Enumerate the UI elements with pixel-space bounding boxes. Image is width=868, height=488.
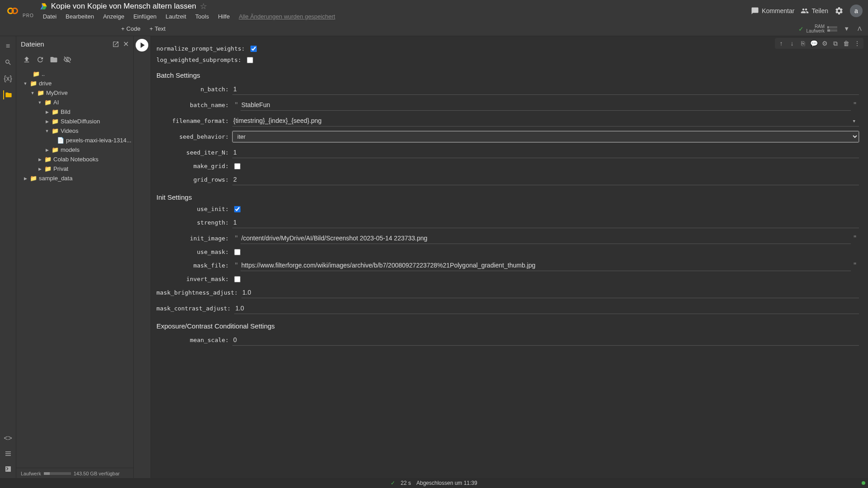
make-grid-checkbox[interactable] bbox=[234, 163, 241, 169]
doc-title[interactable]: Kopie von Kopie von Mensch altern lassen bbox=[51, 2, 196, 11]
mask-brightness-input[interactable] bbox=[241, 287, 859, 298]
tree-item-stablediffusion[interactable]: ▶📁StableDiffusion bbox=[16, 117, 133, 126]
command-palette-icon[interactable] bbox=[4, 449, 13, 458]
mask-file-input[interactable] bbox=[241, 260, 851, 271]
tree-item-colab[interactable]: ▶📁Colab Notebooks bbox=[16, 155, 133, 164]
n-batch-input[interactable] bbox=[232, 84, 859, 95]
new-window-icon[interactable] bbox=[112, 41, 119, 48]
status-time: 22 s bbox=[401, 480, 411, 486]
comment-icon bbox=[751, 7, 759, 15]
upload-icon[interactable] bbox=[23, 56, 31, 64]
menu-runtime[interactable]: Laufzeit bbox=[162, 12, 190, 21]
files-sidebar: Dateien ✕ 📁.. ▼📁drive ▼📁MyDrive bbox=[16, 36, 134, 479]
status-message: Abgeschlossen um 11:39 bbox=[416, 480, 477, 486]
code-snippets-icon[interactable]: <> bbox=[4, 434, 13, 443]
hidden-files-icon[interactable] bbox=[63, 56, 71, 64]
cell-gutter bbox=[134, 36, 151, 479]
seed-iter-n-input[interactable] bbox=[232, 147, 859, 158]
avatar[interactable]: a bbox=[850, 5, 863, 17]
sidebar-footer: Laufwerk 143.50 GB verfügbar bbox=[16, 468, 133, 479]
refresh-icon[interactable] bbox=[36, 56, 44, 64]
tree-item-parent[interactable]: 📁.. bbox=[16, 69, 133, 79]
notebook-content: ↑ ↓ ⎘ 💬 ⚙ ⧉ 🗑 ⋮ normalize_prompt_weights… bbox=[134, 36, 868, 479]
people-icon bbox=[801, 7, 809, 15]
strength-input[interactable] bbox=[232, 217, 859, 228]
menu-bar: Datei Bearbeiten Anzeige Einfügen Laufze… bbox=[39, 12, 751, 21]
star-icon[interactable]: ☆ bbox=[200, 1, 207, 11]
add-text-button[interactable]: + Text bbox=[145, 23, 170, 34]
tree-item-videos[interactable]: ▼📁Videos bbox=[16, 126, 133, 136]
menu-edit[interactable]: Bearbeiten bbox=[62, 12, 98, 21]
tree-item-drive[interactable]: ▼📁drive bbox=[16, 79, 133, 88]
init-image-input[interactable] bbox=[241, 233, 851, 244]
tree-item-mydrive[interactable]: ▼📁MyDrive bbox=[16, 88, 133, 98]
check-icon: ✓ bbox=[391, 480, 395, 486]
use-init-checkbox[interactable] bbox=[234, 206, 241, 212]
tree-item-privat[interactable]: ▶📁Privat bbox=[16, 164, 133, 174]
add-code-button[interactable]: + Code bbox=[117, 23, 145, 34]
menu-help[interactable]: Hilfe bbox=[214, 12, 233, 21]
param-mean-scale: mean_scale: bbox=[156, 334, 859, 346]
tree-item-ai[interactable]: ▼📁AI bbox=[16, 98, 133, 107]
check-icon: ✓ bbox=[798, 25, 804, 33]
param-seed-behavior: seed_behavior: iter bbox=[156, 131, 859, 142]
menu-tools[interactable]: Tools bbox=[192, 12, 212, 21]
param-use-init: use_init: bbox=[156, 206, 859, 212]
left-rail: ≡ {x} <> bbox=[0, 36, 16, 479]
sidebar-title: Dateien bbox=[21, 40, 108, 48]
variables-icon[interactable]: {x} bbox=[4, 74, 13, 83]
run-cell-button[interactable] bbox=[136, 39, 148, 52]
status-dot bbox=[862, 481, 865, 485]
menu-view[interactable]: Anzeige bbox=[99, 12, 128, 21]
colab-logo[interactable] bbox=[5, 4, 20, 18]
filename-format-select[interactable] bbox=[232, 115, 859, 127]
tree-item-video-file[interactable]: 📄pexels-maxi-leiva-1314... bbox=[16, 136, 133, 145]
normalize-prompt-weights-checkbox[interactable] bbox=[250, 46, 257, 52]
share-button[interactable]: Teilen bbox=[801, 7, 828, 15]
save-status[interactable]: Alle Änderungen wurden gespeichert bbox=[235, 12, 339, 21]
terminal-icon[interactable] bbox=[4, 465, 13, 474]
param-use-mask: use_mask: bbox=[156, 249, 859, 255]
resources-dropdown[interactable]: ▼ bbox=[842, 24, 851, 33]
menu-file[interactable]: Datei bbox=[39, 12, 60, 21]
param-mask-brightness: mask_brightness_adjust: bbox=[156, 287, 859, 298]
plus-icon: + bbox=[121, 25, 125, 32]
mount-drive-icon[interactable] bbox=[50, 56, 58, 64]
grid-rows-input[interactable] bbox=[232, 174, 859, 185]
plus-icon: + bbox=[150, 25, 153, 32]
toc-icon[interactable]: ≡ bbox=[4, 42, 13, 51]
seed-behavior-select[interactable]: iter bbox=[232, 131, 859, 142]
comment-button[interactable]: Kommentar bbox=[751, 7, 794, 15]
toolbar: + Code + Text ✓ RAM Laufwerk ▼ ᐱ bbox=[0, 22, 868, 36]
param-init-image: init_image: " " bbox=[156, 233, 859, 244]
batch-name-input[interactable] bbox=[241, 99, 851, 111]
invert-mask-checkbox[interactable] bbox=[234, 276, 241, 282]
tree-item-bild[interactable]: ▶📁Bild bbox=[16, 107, 133, 117]
mask-contrast-input[interactable] bbox=[234, 303, 859, 314]
files-icon[interactable] bbox=[3, 90, 12, 99]
gear-icon bbox=[835, 6, 844, 15]
status-bar: ✓ 22 s Abgeschlossen um 11:39 bbox=[0, 478, 868, 488]
param-n-batch: n_batch: bbox=[156, 84, 859, 95]
use-mask-checkbox[interactable] bbox=[234, 249, 241, 255]
log-weighted-subprompts-checkbox[interactable] bbox=[247, 57, 253, 63]
collapse-button[interactable]: ᐱ bbox=[856, 24, 863, 33]
param-seed-iter-n: seed_iter_N: bbox=[156, 147, 859, 158]
close-icon[interactable]: ✕ bbox=[123, 40, 129, 48]
tree-item-sample-data[interactable]: ▶📁sample_data bbox=[16, 174, 133, 183]
param-filename-format: filename_format: bbox=[156, 115, 859, 127]
menu-insert[interactable]: Einfügen bbox=[130, 12, 160, 21]
mean-scale-input[interactable] bbox=[232, 334, 859, 346]
search-icon[interactable] bbox=[4, 58, 13, 67]
param-normalize-prompt-weights: normalize_prompt_weights: bbox=[156, 45, 859, 52]
resources-indicator[interactable]: ✓ RAM Laufwerk bbox=[798, 24, 838, 33]
param-batch-name: batch_name: " " bbox=[156, 99, 859, 111]
param-grid-rows: grid_rows: bbox=[156, 174, 859, 185]
param-invert-mask: invert_mask: bbox=[156, 276, 859, 282]
pro-badge: PRO bbox=[23, 13, 34, 18]
file-tree: 📁.. ▼📁drive ▼📁MyDrive ▼📁AI ▶📁Bild ▶📁Stab… bbox=[16, 67, 133, 468]
tree-item-models[interactable]: ▶📁models bbox=[16, 145, 133, 155]
param-strength: strength: bbox=[156, 217, 859, 228]
section-batch-settings: Batch Settings bbox=[156, 71, 859, 79]
settings-button[interactable] bbox=[835, 6, 844, 15]
